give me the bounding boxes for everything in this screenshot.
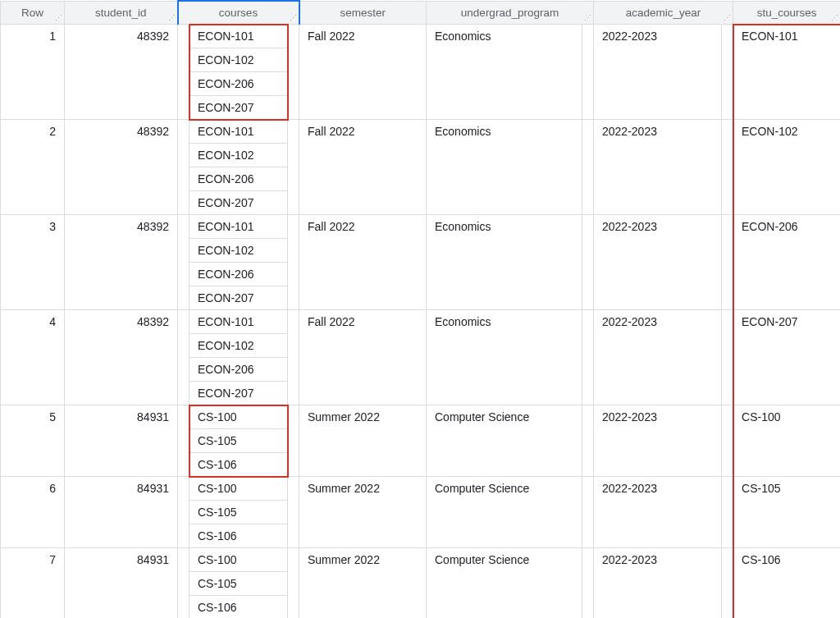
- gap-cell: [288, 120, 299, 215]
- header-row: Row ⋰ student_id ⋰ courses ⋰ semester un…: [1, 1, 841, 25]
- cell-course-item: ECON-102: [189, 334, 288, 358]
- cell-row-number: 3: [1, 215, 65, 310]
- cell-student-id: 48392: [65, 25, 178, 120]
- cell-course-item: CS-100: [189, 405, 288, 429]
- cell-course-item: CS-100: [189, 548, 288, 572]
- cell-student-id: 48392: [65, 120, 178, 215]
- cell-undergrad-program: Computer Science: [427, 405, 582, 477]
- gap-cell: [722, 548, 733, 619]
- resize-handle-icon[interactable]: ⋰: [168, 15, 176, 22]
- cell-academic-year: 2022-2023: [594, 25, 722, 120]
- table-row: 584931CS-100Summer 2022Computer Science2…: [1, 405, 841, 429]
- resize-handle-icon[interactable]: ⋰: [831, 15, 838, 22]
- cell-course-item: ECON-101: [189, 215, 288, 239]
- cell-course-item: CS-105: [189, 501, 288, 524]
- col-header-courses[interactable]: courses ⋰: [178, 1, 299, 25]
- cell-course-item: ECON-102: [189, 239, 288, 263]
- cell-course-item: ECON-206: [189, 263, 288, 286]
- gap-cell: [722, 25, 733, 120]
- cell-semester: Fall 2022: [299, 25, 427, 120]
- cell-course-item: CS-105: [189, 429, 288, 453]
- cell-semester: Fall 2022: [299, 120, 427, 215]
- cell-semester: Summer 2022: [299, 405, 427, 477]
- resize-handle-icon[interactable]: ⋰: [55, 15, 62, 22]
- cell-course-item: ECON-102: [189, 48, 288, 72]
- resize-handle-icon[interactable]: ⋰: [290, 15, 297, 22]
- cell-row-number: 7: [1, 548, 65, 619]
- col-header-academic-year[interactable]: academic_year ⋰: [594, 1, 733, 25]
- cell-course-item: ECON-101: [189, 120, 288, 144]
- cell-course-item: CS-106: [189, 596, 288, 619]
- resize-handle-icon[interactable]: ⋰: [584, 15, 591, 22]
- gap-cell: [288, 405, 299, 477]
- col-header-stu-courses-label: stu_courses: [757, 7, 817, 19]
- resize-handle-icon[interactable]: ⋰: [724, 15, 731, 22]
- cell-academic-year: 2022-2023: [594, 120, 722, 215]
- table-row: 348392ECON-101Fall 2022Economics2022-202…: [1, 215, 841, 239]
- cell-student-id: 48392: [65, 215, 178, 310]
- cell-course-item: ECON-206: [189, 167, 288, 191]
- cell-course-item: ECON-206: [189, 358, 288, 382]
- gap-cell: [178, 477, 189, 548]
- cell-undergrad-program: Economics: [427, 25, 582, 120]
- cell-semester: Fall 2022: [299, 215, 427, 310]
- gap-cell: [178, 310, 189, 405]
- gap-cell: [722, 215, 733, 310]
- query-results-table: Row ⋰ student_id ⋰ courses ⋰ semester un…: [0, 0, 840, 618]
- cell-row-number: 5: [1, 405, 65, 477]
- cell-student-id: 48392: [65, 310, 178, 405]
- gap-cell: [178, 215, 189, 310]
- cell-stu-courses: ECON-102: [733, 120, 840, 215]
- cell-stu-courses: CS-106: [733, 548, 840, 619]
- table-row: 784931CS-100Summer 2022Computer Science2…: [1, 548, 841, 572]
- gap-cell: [722, 120, 733, 215]
- col-header-semester[interactable]: semester: [299, 1, 427, 25]
- cell-academic-year: 2022-2023: [594, 310, 722, 405]
- col-header-stu-courses[interactable]: stu_courses ⋰: [733, 1, 840, 25]
- col-header-student-id-label: student_id: [95, 7, 146, 19]
- cell-semester: Summer 2022: [299, 477, 427, 548]
- cell-row-number: 1: [1, 25, 65, 120]
- cell-student-id: 84931: [65, 477, 178, 548]
- cell-undergrad-program: Computer Science: [427, 548, 582, 619]
- table-row: 448392ECON-101Fall 2022Economics2022-202…: [1, 310, 841, 334]
- gap-cell: [582, 310, 594, 405]
- gap-cell: [178, 548, 189, 619]
- gap-cell: [288, 25, 299, 120]
- cell-course-item: CS-105: [189, 572, 288, 596]
- gap-cell: [178, 405, 189, 477]
- gap-cell: [288, 310, 299, 405]
- col-header-student-id[interactable]: student_id ⋰: [65, 1, 178, 25]
- gap-cell: [582, 405, 594, 477]
- cell-stu-courses: ECON-206: [733, 215, 840, 310]
- cell-course-item: ECON-207: [189, 96, 288, 120]
- cell-student-id: 84931: [65, 548, 178, 619]
- cell-stu-courses: CS-105: [733, 477, 840, 548]
- gap-cell: [582, 120, 594, 215]
- gap-cell: [582, 477, 594, 548]
- gap-cell: [722, 310, 733, 405]
- cell-course-item: ECON-101: [189, 25, 288, 48]
- cell-course-item: CS-100: [189, 477, 288, 501]
- gap-cell: [288, 548, 299, 619]
- gap-cell: [722, 405, 733, 477]
- cell-row-number: 2: [1, 120, 65, 215]
- cell-stu-courses: CS-100: [733, 405, 840, 477]
- table-row: 148392ECON-101Fall 2022Economics2022-202…: [1, 25, 841, 48]
- cell-academic-year: 2022-2023: [594, 548, 722, 619]
- col-header-courses-label: courses: [219, 7, 258, 19]
- gap-cell: [722, 477, 733, 548]
- table-row: 684931CS-100Summer 2022Computer Science2…: [1, 477, 841, 501]
- cell-semester: Fall 2022: [299, 310, 427, 405]
- cell-course-item: CS-106: [189, 524, 288, 548]
- col-header-row[interactable]: Row ⋰: [1, 1, 65, 25]
- cell-undergrad-program: Economics: [427, 215, 582, 310]
- col-header-undergrad-program[interactable]: undergrad_program ⋰: [427, 1, 594, 25]
- cell-stu-courses: ECON-207: [733, 310, 840, 405]
- cell-course-item: ECON-101: [189, 310, 288, 334]
- gap-cell: [288, 477, 299, 548]
- cell-undergrad-program: Computer Science: [427, 477, 582, 548]
- col-header-academic-year-label: academic_year: [626, 7, 701, 19]
- cell-row-number: 4: [1, 310, 65, 405]
- cell-row-number: 6: [1, 477, 65, 548]
